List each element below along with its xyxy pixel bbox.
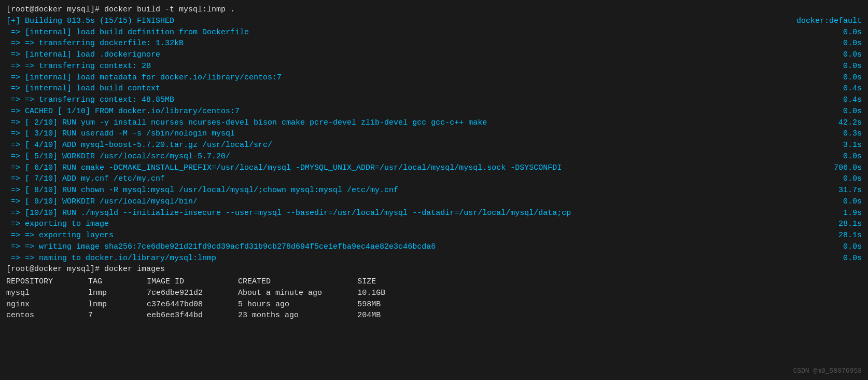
- docker-images-table: REPOSITORY TAG IMAGE ID CREATED SIZE mys…: [6, 276, 402, 321]
- terminal-line-15: => [ 6/10] RUN cmake -DCMAKE_INSTALL_PRE…: [6, 162, 862, 174]
- table-header-row: REPOSITORY TAG IMAGE ID CREATED SIZE: [6, 276, 402, 288]
- line-text: => => transferring dockerfile: 1.32kB: [6, 38, 184, 49]
- terminal-line-14: => [ 5/10] WORKDIR /usr/local/src/mysql-…: [6, 151, 862, 162]
- cell-created: About a minute ago: [238, 288, 357, 299]
- col-size: SIZE: [357, 276, 402, 288]
- terminal-line-1: [root@docker mysql]# docker build -t mys…: [6, 4, 862, 16]
- line-text: => => transferring context: 48.85MB: [6, 94, 174, 106]
- line-time: 28.1s: [834, 230, 862, 241]
- line-text: => [ 9/10] WORKDIR /usr/local/mysql/bin/: [6, 196, 198, 208]
- table-row: mysql lnmp 7ce6dbe921d2 About a minute a…: [6, 288, 402, 299]
- cell-tag: 7: [88, 310, 147, 321]
- line-time: 0.0s: [839, 151, 862, 162]
- terminal-line-21: => => exporting layers 28.1s: [6, 230, 862, 241]
- terminal-line-22: => => writing image sha256:7ce6dbe921d21…: [6, 241, 862, 253]
- terminal-line-12: => [ 3/10] RUN useradd -M -s /sbin/nolog…: [6, 128, 862, 140]
- line-time: 0.0s: [839, 38, 862, 49]
- terminal-line-17: => [ 8/10] RUN chown -R mysql:mysql /usr…: [6, 185, 862, 196]
- line-time: 3.1s: [839, 140, 862, 151]
- cell-tag: lnmp: [88, 299, 147, 310]
- line-text: [+] Building 813.5s (15/15) FINISHED: [6, 16, 174, 27]
- line-time: 1.9s: [839, 208, 862, 219]
- terminal-line-18: => [ 9/10] WORKDIR /usr/local/mysql/bin/…: [6, 196, 862, 208]
- terminal-line-19: => [10/10] RUN ./mysqld --initialize-ins…: [6, 208, 862, 219]
- line-text: [root@docker mysql]# docker build -t mys…: [6, 4, 235, 16]
- cell-repository: mysql: [6, 288, 88, 299]
- line-time: 0.0s: [839, 196, 862, 208]
- terminal-line-11: => [ 2/10] RUN yum -y install ncurses nc…: [6, 117, 862, 129]
- line-text: => [ 2/10] RUN yum -y install ncurses nc…: [6, 117, 487, 129]
- cell-size: 598MB: [357, 299, 402, 310]
- terminal-line-2: [+] Building 813.5s (15/15) FINISHED doc…: [6, 16, 862, 27]
- cell-imageid: 7ce6dbe921d2: [147, 288, 238, 299]
- line-time: 0.0s: [839, 72, 862, 84]
- cell-imageid: c37e6447bd08: [147, 299, 238, 310]
- line-time: 0.0s: [839, 241, 862, 253]
- cell-size: 204MB: [357, 310, 402, 321]
- line-time: 0.0s: [839, 27, 862, 38]
- terminal-line-5: => [internal] load .dockerignore 0.0s: [6, 49, 862, 61]
- table-row: centos 7 eeb6ee3f44bd 23 months ago 204M…: [6, 310, 402, 321]
- line-time: [858, 264, 862, 275]
- terminal-line-6: => => transferring context: 2B 0.0s: [6, 61, 862, 72]
- cell-imageid: eeb6ee3f44bd: [147, 310, 238, 321]
- line-text: => [ 4/10] ADD mysql-boost-5.7.20.tar.gz…: [6, 140, 272, 151]
- col-repository: REPOSITORY: [6, 276, 88, 288]
- terminal-line-prompt2: [root@docker mysql]# docker images: [6, 264, 862, 275]
- watermark: CSDN @m0_58076958: [793, 367, 862, 375]
- line-text: => [internal] load .dockerignore: [6, 49, 160, 61]
- line-time: 0.3s: [839, 128, 862, 140]
- line-time: docker:default: [792, 16, 862, 27]
- terminal-line-10: => CACHED [ 1/10] FROM docker.io/library…: [6, 106, 862, 117]
- line-text: => => writing image sha256:7ce6dbe921d21…: [6, 241, 436, 253]
- cell-repository: centos: [6, 310, 88, 321]
- col-created: CREATED: [238, 276, 357, 288]
- cell-repository: nginx: [6, 299, 88, 310]
- line-text: => [ 3/10] RUN useradd -M -s /sbin/nolog…: [6, 128, 235, 140]
- cell-tag: lnmp: [88, 288, 147, 299]
- line-time: 0.0s: [839, 173, 862, 185]
- line-time: 0.0s: [839, 253, 862, 264]
- line-text: => [internal] load build definition from…: [6, 27, 249, 38]
- line-time: [858, 4, 862, 16]
- terminal-line-7: => [internal] load metadata for docker.i…: [6, 72, 862, 84]
- terminal-container: [root@docker mysql]# docker build -t mys…: [6, 4, 862, 321]
- line-text: => exporting to image: [6, 219, 109, 230]
- line-text: => [ 8/10] RUN chown -R mysql:mysql /usr…: [6, 185, 398, 196]
- line-time: 0.4s: [839, 94, 862, 106]
- line-text: => [ 5/10] WORKDIR /usr/local/src/mysql-…: [6, 151, 230, 162]
- line-text: => [internal] load build context: [6, 83, 160, 94]
- terminal-line-20: => exporting to image 28.1s: [6, 219, 862, 230]
- line-text: => => exporting layers: [6, 230, 114, 241]
- terminal-line-9: => => transferring context: 48.85MB 0.4s: [6, 94, 862, 106]
- cell-created: 23 months ago: [238, 310, 357, 321]
- table-row: nginx lnmp c37e6447bd08 5 hours ago 598M…: [6, 299, 402, 310]
- terminal-line-13: => [ 4/10] ADD mysql-boost-5.7.20.tar.gz…: [6, 140, 862, 151]
- col-imageid: IMAGE ID: [147, 276, 238, 288]
- terminal-line-23: => => naming to docker.io/library/mysql:…: [6, 253, 862, 264]
- line-text: => => naming to docker.io/library/mysql:…: [6, 253, 216, 264]
- line-time: 0.0s: [839, 49, 862, 61]
- line-time: 31.7s: [834, 185, 862, 196]
- terminal-line-8: => [internal] load build context 0.4s: [6, 83, 862, 94]
- line-time: 28.1s: [834, 219, 862, 230]
- col-tag: TAG: [88, 276, 147, 288]
- terminal-line-4: => => transferring dockerfile: 1.32kB 0.…: [6, 38, 862, 49]
- cell-created: 5 hours ago: [238, 299, 357, 310]
- line-text: => [internal] load metadata for docker.i…: [6, 72, 282, 84]
- line-time: 0.0s: [839, 61, 862, 72]
- line-time: 0.0s: [839, 106, 862, 117]
- line-time: 706.0s: [830, 162, 862, 174]
- terminal-line-3: => [internal] load build definition from…: [6, 27, 862, 38]
- cell-size: 10.1GB: [357, 288, 402, 299]
- line-time: 0.4s: [839, 83, 862, 94]
- line-text: => [ 6/10] RUN cmake -DCMAKE_INSTALL_PRE…: [6, 162, 562, 174]
- terminal-line-16: => [ 7/10] ADD my.cnf /etc/my.cnf 0.0s: [6, 173, 862, 185]
- line-text: => CACHED [ 1/10] FROM docker.io/library…: [6, 106, 240, 117]
- line-text: [root@docker mysql]# docker images: [6, 264, 165, 275]
- line-text: => [ 7/10] ADD my.cnf /etc/my.cnf: [6, 173, 165, 185]
- line-time: 42.2s: [834, 117, 862, 129]
- line-text: => => transferring context: 2B: [6, 61, 151, 72]
- line-text: => [10/10] RUN ./mysqld --initialize-ins…: [6, 208, 571, 219]
